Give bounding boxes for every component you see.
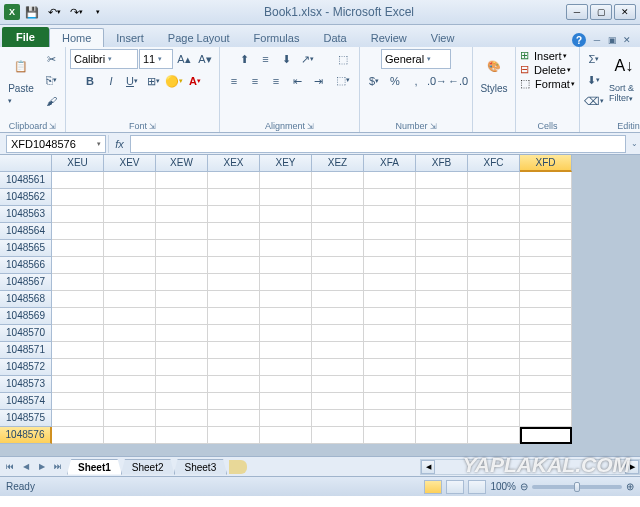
format-cells-button[interactable]: ⬚ Format▾ (520, 77, 575, 90)
cell[interactable] (208, 325, 260, 342)
italic-button[interactable]: I (101, 71, 121, 91)
row-header[interactable]: 1048562 (0, 189, 52, 206)
column-header[interactable]: XFC (468, 155, 520, 172)
formula-input[interactable] (130, 135, 626, 153)
cell[interactable] (52, 359, 104, 376)
cell[interactable] (416, 206, 468, 223)
cell[interactable] (364, 189, 416, 206)
cell[interactable] (468, 308, 520, 325)
sheet-tab-1[interactable]: Sheet1 (67, 459, 122, 475)
decrease-indent-button[interactable]: ⇤ (287, 71, 307, 91)
maximize-button[interactable]: ▢ (590, 4, 612, 20)
save-button[interactable]: 💾 (22, 3, 42, 21)
cell[interactable] (156, 172, 208, 189)
font-name-combo[interactable]: Calibri▾ (70, 49, 138, 69)
cell[interactable] (312, 342, 364, 359)
column-header[interactable]: XEZ (312, 155, 364, 172)
cell[interactable] (468, 240, 520, 257)
close-button[interactable]: ✕ (614, 4, 636, 20)
cell[interactable] (260, 291, 312, 308)
cell[interactable] (208, 206, 260, 223)
cell[interactable] (156, 342, 208, 359)
cell[interactable] (156, 325, 208, 342)
cell[interactable] (208, 393, 260, 410)
cell[interactable] (156, 240, 208, 257)
cell[interactable] (468, 359, 520, 376)
cell[interactable] (208, 427, 260, 444)
cell[interactable] (260, 189, 312, 206)
decrease-decimal-button[interactable]: ←.0 (448, 71, 468, 91)
cell[interactable] (468, 172, 520, 189)
next-sheet-button[interactable]: ▶ (34, 459, 50, 475)
cell[interactable] (416, 308, 468, 325)
cell[interactable] (364, 291, 416, 308)
cell[interactable] (416, 223, 468, 240)
cell[interactable] (468, 206, 520, 223)
cell[interactable] (416, 189, 468, 206)
minimize-button[interactable]: ─ (566, 4, 588, 20)
insert-cells-button[interactable]: ⊞ Insert▾ (520, 49, 567, 62)
page-break-view-button[interactable] (468, 480, 486, 494)
copy-button[interactable]: ⎘▾ (41, 70, 61, 90)
column-header[interactable]: XEU (52, 155, 104, 172)
cell[interactable] (416, 325, 468, 342)
row-header[interactable]: 1048573 (0, 376, 52, 393)
increase-font-button[interactable]: A▴ (174, 49, 194, 69)
cell[interactable] (52, 393, 104, 410)
column-header[interactable]: XFB (416, 155, 468, 172)
cell[interactable] (52, 410, 104, 427)
cell[interactable] (416, 172, 468, 189)
zoom-in-button[interactable]: ⊕ (626, 481, 634, 492)
cell[interactable] (52, 257, 104, 274)
styles-button[interactable]: 🎨 Styles (477, 49, 511, 130)
cell[interactable] (520, 240, 572, 257)
cell[interactable] (520, 206, 572, 223)
underline-button[interactable]: U▾ (122, 71, 142, 91)
cell[interactable] (104, 393, 156, 410)
cell[interactable] (104, 342, 156, 359)
align-top-button[interactable]: ⬆ (235, 49, 255, 69)
sort-filter-button[interactable]: A↓ Sort & Filter▾ (607, 49, 640, 120)
cell[interactable] (260, 427, 312, 444)
row-header[interactable]: 1048574 (0, 393, 52, 410)
cell[interactable] (364, 393, 416, 410)
cell[interactable] (260, 223, 312, 240)
tab-home[interactable]: Home (49, 28, 104, 47)
fill-color-button[interactable]: 🟡▾ (164, 71, 184, 91)
cell[interactable] (312, 206, 364, 223)
tab-formulas[interactable]: Formulas (242, 29, 312, 47)
cell[interactable] (156, 427, 208, 444)
align-center-button[interactable]: ≡ (245, 71, 265, 91)
cell[interactable] (156, 410, 208, 427)
cell[interactable] (364, 342, 416, 359)
cell[interactable] (104, 410, 156, 427)
cell[interactable] (52, 376, 104, 393)
tab-file[interactable]: File (2, 27, 49, 47)
cell[interactable] (208, 172, 260, 189)
cell[interactable] (364, 240, 416, 257)
cell[interactable] (520, 257, 572, 274)
cell[interactable] (364, 206, 416, 223)
cell[interactable] (208, 410, 260, 427)
cell[interactable] (52, 240, 104, 257)
column-header[interactable]: XEV (104, 155, 156, 172)
cell[interactable] (312, 393, 364, 410)
number-format-combo[interactable]: General▾ (381, 49, 451, 69)
border-button[interactable]: ⊞▾ (143, 71, 163, 91)
cell[interactable] (468, 257, 520, 274)
row-header[interactable]: 1048566 (0, 257, 52, 274)
cell[interactable] (104, 257, 156, 274)
column-header[interactable]: XFD (520, 155, 572, 172)
help-icon[interactable]: ? (572, 33, 586, 47)
scroll-left-button[interactable]: ◀ (421, 460, 435, 474)
formula-bar-expand[interactable]: ⌄ (631, 139, 638, 148)
cell[interactable] (52, 325, 104, 342)
cell[interactable] (416, 240, 468, 257)
font-launcher[interactable]: ⇲ (149, 122, 156, 131)
cell[interactable] (312, 376, 364, 393)
zoom-thumb[interactable] (574, 482, 580, 492)
font-size-combo[interactable]: 11▾ (139, 49, 173, 69)
clipboard-launcher[interactable]: ⇲ (49, 122, 56, 131)
prev-sheet-button[interactable]: ◀ (18, 459, 34, 475)
accounting-format-button[interactable]: $▾ (364, 71, 384, 91)
